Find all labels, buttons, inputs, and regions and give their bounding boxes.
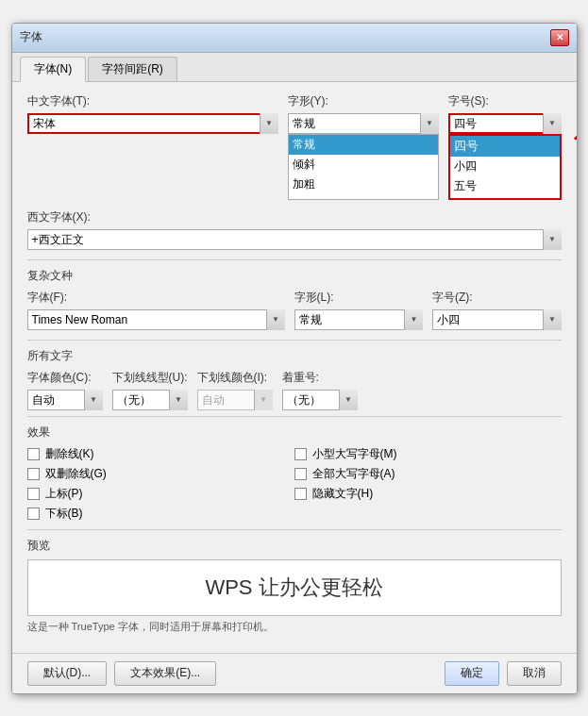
all-caps-checkbox[interactable] (294, 468, 307, 480)
font-color-select-wrapper: 自动 ▼ (27, 390, 103, 410)
strikethrough-row: 删除线(K) (27, 446, 294, 462)
effects-right-col: 小型大写字母(M) 全部大写字母(A) 隐藏文字(H) (294, 446, 562, 522)
double-strikethrough-row: 双删除线(G) (27, 466, 294, 482)
effects-left-col: 删除线(K) 双删除线(G) 上标(P) 下标(B) (27, 446, 294, 522)
underline-type-select-wrapper: （无） ▼ (112, 390, 188, 410)
list-item[interactable]: 加粗 (289, 175, 438, 194)
dialog-title: 字体 (20, 29, 42, 45)
font-dialog: 字体 ✕ 字体(N) 字符间距(R) 中文字体(T): 宋体 ▼ 字形(Y): (11, 23, 578, 694)
all-text-row: 字体颜色(C): 自动 ▼ 下划线线型(U): （无） ▼ 下划 (27, 370, 562, 410)
top-row: 中文字体(T): 宋体 ▼ 字形(Y): 常规 ▼ 常 (27, 93, 562, 200)
underline-color-group: 下划线颜色(I): 自动 ▼ (197, 370, 273, 410)
underline-type-group: 下划线线型(U): （无） ▼ (112, 370, 188, 410)
emphasis-label: 着重号: (282, 370, 358, 386)
complex-section-title: 复杂文种 (27, 268, 562, 284)
complex-font-label: 字体(F): (27, 290, 285, 306)
subscript-checkbox[interactable] (27, 508, 40, 520)
effects-section: 效果 删除线(K) 双删除线(G) 上标(P) (27, 425, 562, 522)
chinese-font-select[interactable]: 宋体 (27, 113, 278, 134)
font-size-arrow: ▼ (543, 113, 562, 134)
chinese-font-select-wrapper: 宋体 ▼ (27, 113, 278, 134)
font-style-listbox[interactable]: 常规 倾斜 加粗 (288, 134, 439, 200)
font-size-label: 字号(S): (448, 93, 562, 109)
complex-size-arrow: ▼ (543, 309, 562, 330)
underline-color-label: 下划线颜色(I): (197, 370, 273, 386)
font-style-select[interactable]: 常规 (288, 113, 439, 134)
small-caps-row: 小型大写字母(M) (294, 446, 562, 462)
strikethrough-checkbox[interactable] (27, 448, 40, 460)
double-strikethrough-label: 双删除线(G) (45, 466, 107, 482)
ok-button[interactable]: 确定 (445, 661, 499, 686)
list-item[interactable]: 五号 (450, 176, 560, 196)
font-style-label: 字形(Y): (288, 93, 439, 109)
complex-style-select-wrapper: 常规 ▼ (294, 309, 424, 330)
divider-2 (27, 340, 562, 341)
default-button[interactable]: 默认(D)... (27, 661, 108, 686)
divider-1 (27, 259, 562, 260)
subscript-label: 下标(B) (45, 506, 83, 522)
emphasis-select-wrapper: （无） ▼ (282, 390, 358, 410)
font-size-select-wrapper: 四号 ▼ (448, 113, 562, 134)
list-item[interactable]: 四号 (450, 136, 560, 157)
list-item[interactable]: 倾斜 (289, 155, 438, 175)
chinese-font-group: 中文字体(T): 宋体 ▼ (27, 93, 278, 134)
cancel-button[interactable]: 取消 (507, 661, 562, 686)
superscript-row: 上标(P) (27, 486, 294, 502)
complex-style-label: 字形(L): (294, 290, 424, 306)
complex-font-group: 字体(F): Times New Roman ▼ (27, 290, 285, 330)
complex-style-group: 字形(L): 常规 ▼ (294, 290, 424, 330)
western-font-select-wrapper: +西文正文 ▼ (27, 229, 562, 250)
font-style-select-wrapper: 常规 ▼ (288, 113, 439, 134)
preview-note: 这是一种 TrueType 字体，同时适用于屏幕和打印机。 (27, 620, 562, 634)
complex-size-group: 字号(Z): 小四 ▼ (432, 290, 562, 330)
hidden-row: 隐藏文字(H) (294, 486, 562, 502)
tab-spacing[interactable]: 字符间距(R) (88, 57, 177, 81)
list-item[interactable]: 小四 (450, 157, 560, 176)
close-button[interactable]: ✕ (550, 29, 569, 46)
double-strikethrough-checkbox[interactable] (27, 468, 40, 480)
western-font-arrow: ▼ (543, 229, 562, 250)
complex-font-select[interactable]: Times New Roman (27, 309, 285, 330)
font-size-listbox[interactable]: 四号 小四 五号 (448, 134, 562, 200)
preview-text: WPS 让办公更轻松 (205, 574, 382, 602)
preview-box: WPS 让办公更轻松 (27, 559, 562, 616)
font-size-group: 字号(S): 四号 ▼ 四号 小四 五号 ↗ (448, 93, 562, 200)
all-caps-label: 全部大写字母(A) (312, 466, 395, 482)
font-color-label: 字体颜色(C): (27, 370, 103, 386)
underline-type-arrow: ▼ (169, 390, 188, 410)
text-effects-button[interactable]: 文本效果(E)... (114, 661, 216, 686)
complex-font-select-wrapper: Times New Roman ▼ (27, 309, 285, 330)
western-font-select[interactable]: +西文正文 (27, 229, 562, 250)
chinese-font-arrow: ▼ (260, 113, 278, 134)
western-font-row: 西文字体(X): +西文正文 ▼ (27, 209, 562, 250)
font-color-arrow: ▼ (84, 390, 103, 410)
all-caps-row: 全部大写字母(A) (294, 466, 562, 482)
footer-right: 确定 取消 (445, 661, 562, 686)
tab-font[interactable]: 字体(N) (20, 57, 87, 82)
small-caps-checkbox[interactable] (294, 448, 307, 460)
strikethrough-label: 删除线(K) (45, 446, 94, 462)
superscript-checkbox[interactable] (27, 488, 40, 500)
dialog-body: 中文字体(T): 宋体 ▼ 字形(Y): 常规 ▼ 常 (12, 82, 577, 653)
preview-title: 预览 (27, 538, 562, 554)
underline-color-arrow: ▼ (254, 390, 273, 410)
title-bar: 字体 ✕ (12, 24, 577, 53)
effects-grid: 删除线(K) 双删除线(G) 上标(P) 下标(B) (27, 446, 562, 522)
western-font-group: 西文字体(X): +西文正文 ▼ (27, 209, 562, 250)
font-style-arrow: ▼ (420, 113, 439, 134)
divider-3 (27, 416, 562, 417)
all-text-title: 所有文字 (27, 348, 562, 364)
chinese-font-label: 中文字体(T): (27, 93, 278, 109)
complex-font-arrow: ▼ (266, 309, 285, 330)
western-font-label: 西文字体(X): (27, 209, 562, 225)
preview-section: 预览 WPS 让办公更轻松 这是一种 TrueType 字体，同时适用于屏幕和打… (27, 538, 562, 634)
underline-color-select-wrapper: 自动 ▼ (197, 390, 273, 410)
complex-size-label: 字号(Z): (432, 290, 562, 306)
superscript-label: 上标(P) (45, 486, 83, 502)
footer-left: 默认(D)... 文本效果(E)... (27, 661, 217, 686)
subscript-row: 下标(B) (27, 506, 294, 522)
list-item[interactable]: 常规 (289, 135, 438, 155)
effects-title: 效果 (27, 425, 562, 441)
font-color-group: 字体颜色(C): 自动 ▼ (27, 370, 103, 410)
hidden-checkbox[interactable] (294, 488, 307, 500)
